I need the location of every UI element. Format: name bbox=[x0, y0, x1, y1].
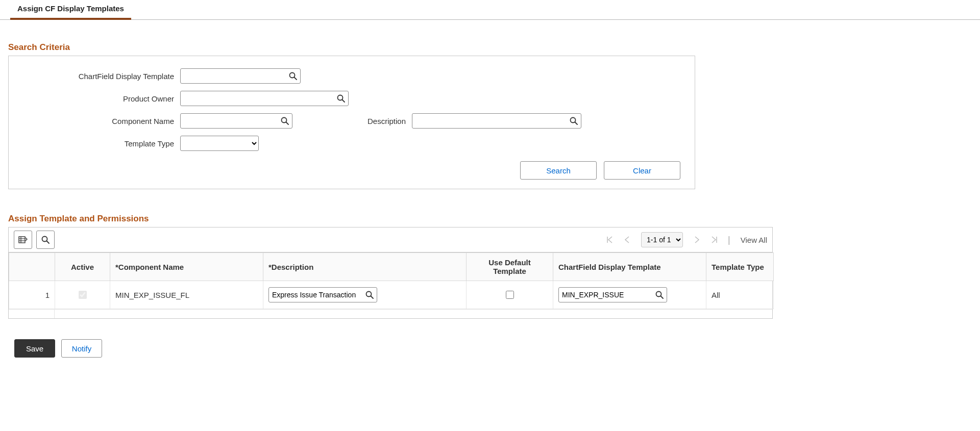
grid-search-button[interactable] bbox=[36, 231, 55, 249]
first-page-icon[interactable] bbox=[606, 236, 614, 243]
input-component-name[interactable] bbox=[180, 113, 292, 129]
tab-bar: Assign CF Display Templates bbox=[0, 0, 980, 20]
input-row-cf-template[interactable] bbox=[558, 287, 667, 302]
notify-button[interactable]: Notify bbox=[61, 339, 102, 358]
next-page-icon[interactable] bbox=[693, 236, 700, 243]
clear-button[interactable]: Clear bbox=[604, 161, 680, 180]
cell-component-name: MIN_EXP_ISSUE_FL bbox=[110, 281, 263, 309]
cell-rownum: 1 bbox=[9, 281, 55, 309]
col-component-name[interactable]: *Component Name bbox=[110, 253, 263, 281]
view-all-link[interactable]: View All bbox=[741, 236, 767, 244]
col-active[interactable]: Active bbox=[55, 253, 110, 281]
save-button[interactable]: Save bbox=[14, 339, 55, 358]
col-use-default[interactable]: Use Default Template bbox=[467, 253, 553, 281]
col-cf-template[interactable]: ChartField Display Template bbox=[553, 253, 706, 281]
checkbox-active bbox=[79, 291, 87, 299]
grid-header-row: Active *Component Name *Description Use … bbox=[9, 253, 774, 281]
col-rownum bbox=[9, 253, 55, 281]
personalize-grid-button[interactable] bbox=[14, 231, 32, 249]
label-template-type: Template Type bbox=[23, 139, 180, 148]
search-icon bbox=[41, 236, 50, 244]
table-row: 1 MIN_EXP_ISSUE_FL bbox=[9, 281, 774, 309]
tab-assign-cf-display-templates[interactable]: Assign CF Display Templates bbox=[10, 0, 131, 20]
label-product-owner: Product Owner bbox=[23, 94, 180, 103]
col-template-type[interactable]: Template Type bbox=[706, 253, 774, 281]
select-template-type[interactable] bbox=[180, 136, 259, 151]
input-row-description[interactable] bbox=[268, 287, 377, 302]
label-description: Description bbox=[330, 117, 412, 125]
search-criteria-title: Search Criteria bbox=[8, 42, 972, 53]
pager-select[interactable]: 1-1 of 1 bbox=[641, 232, 683, 247]
checkbox-use-default[interactable] bbox=[506, 291, 514, 299]
input-product-owner[interactable] bbox=[180, 91, 349, 106]
input-cf-display-template[interactable] bbox=[180, 68, 301, 84]
search-criteria-panel: ChartField Display Template Product Owne… bbox=[8, 56, 695, 189]
grid-horizontal-scrollbar[interactable] bbox=[9, 309, 772, 318]
label-component-name: Component Name bbox=[23, 117, 180, 125]
search-button[interactable]: Search bbox=[520, 161, 597, 180]
label-cf-display-template: ChartField Display Template bbox=[23, 72, 180, 81]
last-page-icon[interactable] bbox=[710, 236, 718, 243]
pager-separator: | bbox=[728, 235, 730, 245]
input-description[interactable] bbox=[412, 113, 581, 129]
prev-page-icon[interactable] bbox=[624, 236, 631, 243]
cell-template-type: All bbox=[706, 281, 774, 309]
grid-icon bbox=[18, 236, 28, 243]
col-description[interactable]: *Description bbox=[263, 253, 467, 281]
grid-panel: 1-1 of 1 | View All bbox=[8, 227, 773, 319]
assign-template-title: Assign Template and Permissions bbox=[8, 214, 972, 224]
